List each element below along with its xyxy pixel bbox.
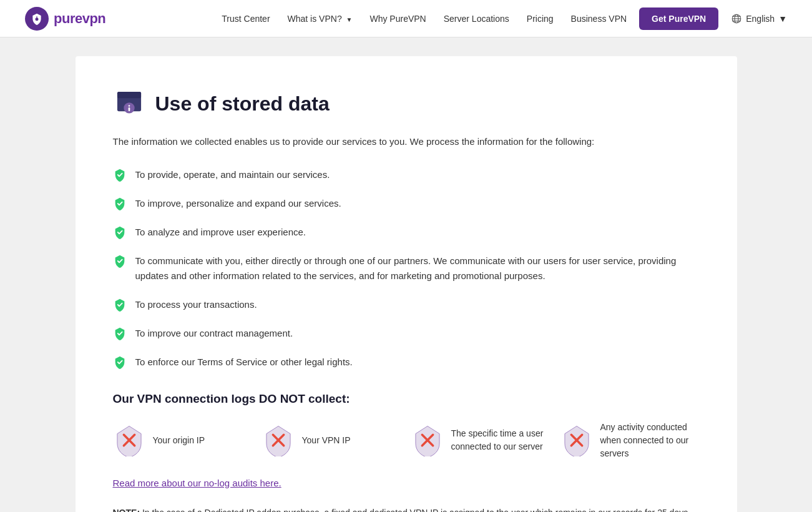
page-title: Use of stored data bbox=[155, 92, 330, 116]
logo-text: purevpn bbox=[54, 11, 105, 27]
list-item: To analyze and improve user experience. bbox=[113, 225, 700, 240]
list-item: To enforce our Terms of Service or other… bbox=[113, 355, 700, 370]
svg-rect-7 bbox=[117, 92, 140, 98]
no-log-x-icon bbox=[411, 424, 444, 456]
list-item: To provide, operate, and maintain our se… bbox=[113, 167, 700, 182]
no-log-label: The specific time a user connected to ou… bbox=[451, 427, 550, 453]
list-item: To process your transactions. bbox=[113, 297, 700, 312]
nav-business-vpn[interactable]: Business VPN bbox=[571, 14, 627, 24]
svg-point-9 bbox=[128, 105, 130, 107]
nav-server-locations[interactable]: Server Locations bbox=[444, 14, 509, 24]
globe-icon bbox=[731, 13, 742, 24]
no-log-x-icon bbox=[113, 424, 145, 456]
no-log-x-icon bbox=[560, 424, 593, 456]
dropdown-arrow-icon: ▼ bbox=[346, 16, 353, 23]
list-item: To improve our contract management. bbox=[113, 326, 700, 341]
language-selector[interactable]: English ▼ bbox=[731, 13, 787, 24]
main-content: Use of stored data The information we co… bbox=[76, 56, 737, 512]
no-log-label: Your VPN IP bbox=[302, 434, 351, 447]
check-shield-icon bbox=[113, 168, 127, 182]
nav-what-is-vpn[interactable]: What is VPN? ▼ bbox=[288, 14, 353, 24]
note-section: NOTE: In the case of a Dedicated IP addo… bbox=[113, 506, 700, 513]
no-log-item: Your VPN IP bbox=[262, 421, 401, 460]
shield-logo-icon bbox=[31, 12, 43, 25]
logo-icon bbox=[25, 7, 49, 31]
no-log-item: Your origin IP bbox=[113, 421, 252, 460]
no-log-x-icon bbox=[262, 424, 295, 456]
section-intro: The information we collected enables us … bbox=[113, 134, 700, 150]
no-log-grid: Your origin IP Your VPN IP The specific … bbox=[113, 421, 700, 460]
check-shield-icon bbox=[113, 197, 127, 210]
audit-link[interactable]: Read more about our no-log audits here. bbox=[113, 478, 281, 488]
nav-pricing[interactable]: Pricing bbox=[527, 14, 554, 24]
no-log-label: Any activity conducted when connected to… bbox=[600, 421, 700, 460]
section-heading: Use of stored data bbox=[113, 87, 700, 120]
check-shield-icon bbox=[113, 298, 127, 312]
language-label: English bbox=[746, 14, 775, 24]
check-shield-icon bbox=[113, 254, 127, 268]
nav-links: Trust Center What is VPN? ▼ Why PureVPN … bbox=[222, 13, 627, 24]
get-purevpn-button[interactable]: Get PureVPN bbox=[639, 7, 718, 30]
check-shield-icon bbox=[113, 327, 127, 340]
checklist: To provide, operate, and maintain our se… bbox=[113, 167, 700, 370]
no-log-label: Your origin IP bbox=[153, 434, 205, 447]
navbar: purevpn Trust Center What is VPN? ▼ Why … bbox=[0, 0, 812, 37]
no-log-item: The specific time a user connected to ou… bbox=[411, 421, 550, 460]
list-item: To communicate with you, either directly… bbox=[113, 254, 700, 283]
note-label: NOTE: bbox=[113, 508, 140, 513]
nav-trust-center[interactable]: Trust Center bbox=[222, 14, 270, 24]
logo[interactable]: purevpn bbox=[25, 7, 105, 31]
nav-why-purevpn[interactable]: Why PureVPN bbox=[369, 14, 426, 24]
stored-data-icon bbox=[113, 87, 145, 120]
list-item: To improve, personalize and expand our s… bbox=[113, 196, 700, 211]
svg-rect-10 bbox=[128, 107, 130, 111]
check-shield-icon bbox=[113, 225, 127, 239]
check-shield-icon bbox=[113, 355, 127, 369]
no-log-item: Any activity conducted when connected to… bbox=[560, 421, 700, 460]
language-dropdown-arrow: ▼ bbox=[778, 14, 787, 24]
svg-point-0 bbox=[36, 17, 39, 21]
note-text: In the case of a Dedicated IP addon purc… bbox=[113, 508, 688, 513]
no-log-heading: Our VPN connection logs DO NOT collect: bbox=[113, 392, 700, 406]
